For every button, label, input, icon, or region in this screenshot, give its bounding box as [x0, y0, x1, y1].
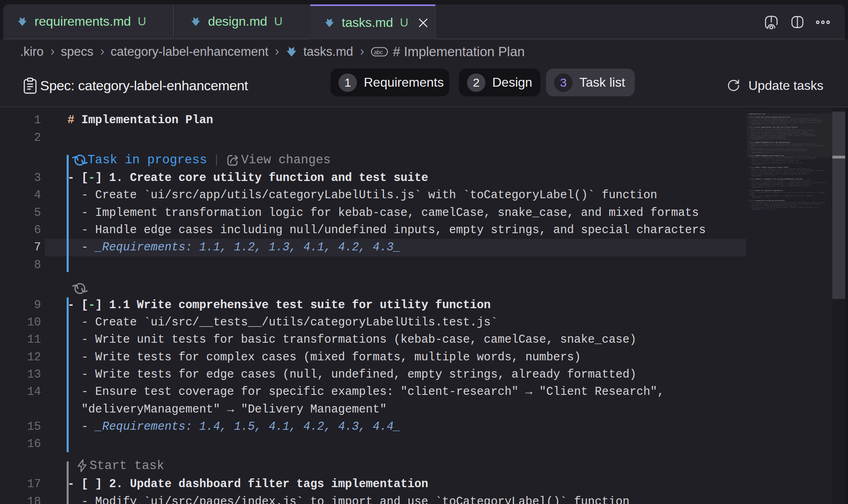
svg-text:abc: abc	[374, 49, 383, 55]
